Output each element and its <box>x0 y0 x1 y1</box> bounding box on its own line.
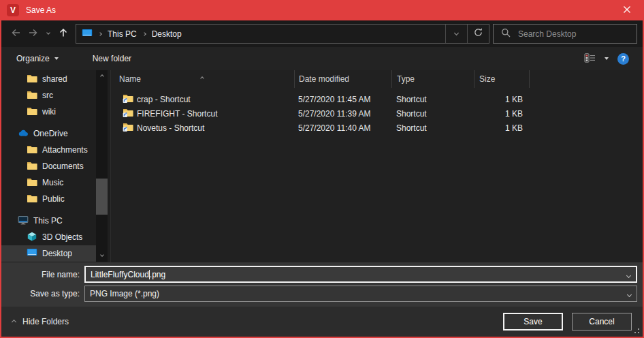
scroll-up-button[interactable] <box>96 70 108 82</box>
scroll-down-button[interactable] <box>96 250 108 262</box>
sidebar-item-label: src <box>42 91 53 100</box>
action-buttons: Save Cancel <box>503 313 632 331</box>
up-arrow-icon <box>58 27 69 41</box>
organize-button[interactable]: Organize <box>11 51 64 66</box>
3d-objects-cube-icon <box>27 232 37 243</box>
hide-folders-button[interactable]: Hide Folders <box>12 317 69 326</box>
chevron-down-icon <box>100 253 104 257</box>
save-button[interactable]: Save <box>503 313 563 331</box>
refresh-button[interactable] <box>467 25 489 43</box>
help-button[interactable]: ? <box>617 53 629 65</box>
file-name-input[interactable]: LittleFluffyCloud.png <box>84 266 637 283</box>
new-folder-label: New folder <box>93 54 131 63</box>
sidebar-item[interactable]: Attachments <box>1 142 96 158</box>
main-area: shared src wiki OneDrive <box>1 70 643 262</box>
search-box[interactable]: Search Desktop <box>493 24 637 44</box>
command-toolbar: Organize New folder ? <box>1 47 643 70</box>
close-button[interactable] <box>611 0 643 20</box>
file-type-cell: Shortcut <box>391 123 474 133</box>
save-as-type-dropdown[interactable] <box>628 289 631 298</box>
address-bar[interactable]: This PC Desktop <box>76 24 489 44</box>
sidebar-item-label: This PC <box>33 216 63 226</box>
sidebar-item[interactable]: Documents <box>1 158 96 174</box>
sidebar-item-label: Desktop <box>42 249 72 258</box>
sidebar-item-label: 3D Objects <box>42 232 82 242</box>
sidebar-item-label: Public <box>42 194 65 204</box>
view-options-dropdown[interactable] <box>605 57 609 60</box>
file-name-cell: crap - Shortcut <box>111 93 294 105</box>
chevron-down-icon <box>627 292 632 296</box>
sidebar-item-label: Documents <box>42 162 84 171</box>
sidebar-item-label: Attachments <box>42 145 88 155</box>
folder-shortcut-icon <box>123 93 133 105</box>
chevron-down-icon <box>454 30 459 35</box>
sidebar-item-label: Music <box>42 178 63 187</box>
file-name-value: LittleFluffyCloud <box>91 270 149 279</box>
resize-grip-icon[interactable] <box>638 332 639 333</box>
sidebar-item[interactable]: This PC <box>1 213 96 229</box>
this-pc-icon <box>18 215 29 227</box>
sidebar-item[interactable]: OneDrive <box>1 125 96 142</box>
toolbar-right-group: ? <box>584 53 633 65</box>
file-row[interactable]: crap - Shortcut 5/27/2020 11:45 AM Short… <box>111 92 643 106</box>
file-name-text: Novetus - Shortcut <box>137 123 204 133</box>
sidebar-item[interactable]: shared <box>1 71 96 87</box>
file-type-cell: Shortcut <box>391 95 474 104</box>
up-button[interactable] <box>54 25 72 44</box>
sidebar-item-label: wiki <box>42 107 56 117</box>
sidebar-scrollbar[interactable] <box>96 70 108 262</box>
column-header-date-modified[interactable]: Date modified <box>294 70 391 88</box>
details-view-icon[interactable] <box>584 53 596 65</box>
column-header-spacer <box>529 70 643 88</box>
cancel-button[interactable]: Cancel <box>572 313 632 331</box>
sidebar-item[interactable]: 3D Objects <box>1 229 96 245</box>
refresh-icon <box>473 27 483 40</box>
forward-arrow-icon <box>27 27 39 41</box>
file-row[interactable]: Novetus - Shortcut 5/27/2020 11:40 AM Sh… <box>111 121 643 135</box>
hide-folders-label: Hide Folders <box>22 317 69 326</box>
search-icon <box>501 28 511 40</box>
folder-icon <box>27 90 37 102</box>
desktop-monitor-icon <box>27 248 37 259</box>
file-type-cell: Shortcut <box>391 109 474 119</box>
sidebar-item[interactable]: wiki <box>1 104 96 120</box>
scrollbar-thumb[interactable] <box>96 179 108 215</box>
folder-icon <box>27 177 37 189</box>
back-button[interactable] <box>7 25 25 44</box>
file-name-dropdown[interactable] <box>627 270 630 279</box>
sidebar-item[interactable]: Desktop <box>1 245 96 262</box>
file-date-cell: 5/27/2020 11:40 AM <box>294 123 391 133</box>
column-header-type[interactable]: Type <box>391 70 474 88</box>
forward-button[interactable] <box>25 25 42 44</box>
folder-icon <box>27 106 37 118</box>
file-row[interactable]: FIREFIGHT - Shortcut 5/27/2020 11:39 AM … <box>111 106 643 121</box>
sort-ascending-icon <box>201 72 204 82</box>
file-size-cell: 1 KB <box>474 123 529 133</box>
file-name-cell: Novetus - Shortcut <box>111 122 294 134</box>
sidebar-item[interactable]: Public <box>1 191 96 207</box>
chevron-right-icon <box>142 32 146 36</box>
vivaldi-logo-icon: V <box>7 4 19 16</box>
folder-icon <box>27 144 37 156</box>
file-name-cell: FIREFIGHT - Shortcut <box>111 108 294 119</box>
address-dropdown-button[interactable] <box>445 25 467 43</box>
column-header-size[interactable]: Size <box>474 70 529 88</box>
recent-locations-button[interactable] <box>42 25 54 44</box>
column-headers: Name Date modified Type Size <box>111 70 643 88</box>
window-title: Save As <box>26 5 56 15</box>
breadcrumb-desktop[interactable]: Desktop <box>152 29 182 39</box>
back-arrow-icon <box>10 27 22 41</box>
save-as-type-select[interactable]: PNG Image (*.png) <box>84 286 637 302</box>
new-folder-button[interactable]: New folder <box>87 51 137 66</box>
file-list: Name Date modified Type Size crap - Shor… <box>110 70 643 262</box>
title-bar: V Save As <box>1 0 643 20</box>
onedrive-cloud-icon <box>18 129 29 139</box>
save-as-type-value: PNG Image (*.png) <box>90 289 159 298</box>
sidebar-item[interactable]: Music <box>1 174 96 191</box>
desktop-monitor-icon <box>82 29 93 40</box>
file-size-cell: 1 KB <box>474 109 529 119</box>
organize-label: Organize <box>16 54 50 63</box>
file-size-cell: 1 KB <box>474 95 529 104</box>
breadcrumb-this-pc[interactable]: This PC <box>108 29 137 39</box>
sidebar-item[interactable]: src <box>1 87 96 104</box>
